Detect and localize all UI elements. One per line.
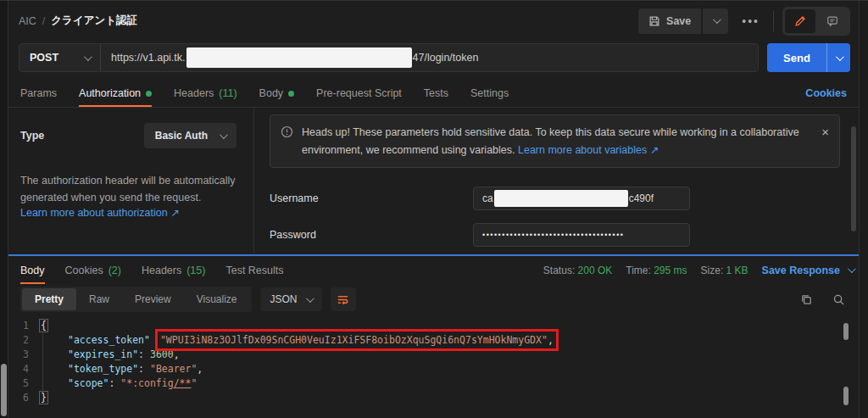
password-label: Password (270, 229, 473, 241)
sensitive-data-banner: Heads up! These parameters hold sensitiv… (270, 114, 840, 168)
modified-dot-icon (288, 91, 294, 97)
mode-pretty-button[interactable]: Pretty (22, 288, 76, 310)
cookies-link[interactable]: Cookies (805, 87, 847, 99)
tab-label: Cookies (65, 265, 103, 276)
redaction-box (494, 190, 628, 207)
chevron-down-icon (848, 265, 856, 273)
username-suffix: c490f (629, 192, 654, 204)
send-button[interactable]: Send (767, 43, 826, 72)
tab-headers[interactable]: Headers(11) (174, 80, 237, 107)
method-url-container: POST https://v1.api.tk. 47/login/token (19, 43, 759, 72)
copy-response-button[interactable] (794, 287, 818, 311)
tab-response-cookies[interactable]: Cookies(2) (65, 256, 121, 284)
view-mode-group: Pretty Raw Preview Visualize (20, 287, 252, 312)
json-string-value: "Bearer" (150, 363, 197, 375)
tab-settings[interactable]: Settings (470, 80, 509, 107)
left-sidebar-edge (0, 1, 8, 418)
save-button[interactable]: Save (638, 8, 701, 34)
url-suffix: 47/login/token (413, 52, 479, 64)
wrap-lines-button[interactable] (331, 287, 356, 311)
tab-label: Pre-request Script (316, 87, 402, 99)
tab-response-headers[interactable]: Headers(15) (142, 256, 205, 284)
tab-body[interactable]: Body (259, 80, 295, 107)
tab-response-body[interactable]: Body (20, 256, 45, 284)
json-string-value: " (191, 377, 197, 389)
close-banner-button[interactable]: × (821, 125, 829, 139)
response-scrollbar-thumb[interactable] (843, 323, 849, 340)
tab-label: Body (259, 87, 284, 99)
comments-button[interactable] (817, 9, 848, 33)
colon: : (138, 363, 150, 375)
indent-guide (42, 376, 68, 391)
code-line: 5 "scope": "*:config/**" (8, 376, 859, 391)
auth-credentials-panel: Heads up! These parameters hold sensitiv… (254, 108, 859, 254)
auth-type-select[interactable]: Basic Auth (144, 123, 236, 148)
time-badge: Time: 295 ms (626, 265, 687, 276)
response-body-viewer: 1 { 2 "access_token""WPUI3iN8z3OJlfDx09S… (8, 315, 859, 418)
line-number: 4 (8, 362, 39, 376)
line-number: 1 (8, 319, 39, 333)
breadcrumb-request-name[interactable]: クライアント認証 (51, 14, 137, 28)
modified-dot-icon (146, 91, 152, 97)
learn-authorization-link[interactable]: Learn more about authorization ↗ (20, 207, 180, 219)
url-prefix: https://v1.api.tk. (111, 52, 186, 64)
search-response-button[interactable] (826, 287, 850, 311)
format-value: JSON (270, 293, 298, 305)
send-dropdown-button[interactable] (826, 43, 850, 72)
tab-label: Test Results (225, 265, 283, 276)
code-line: 3 "expires_in": 3600, (8, 348, 859, 362)
edit-comment-toggle (782, 7, 850, 36)
save-response-button[interactable]: Save Response (762, 265, 854, 276)
edit-mode-button[interactable] (785, 9, 815, 33)
username-prefix: ca (482, 192, 493, 204)
close-brace: } (39, 391, 48, 404)
url-input[interactable]: https://v1.api.tk. 47/login/token (101, 44, 758, 71)
mode-raw-button[interactable]: Raw (76, 288, 122, 310)
json-string-link[interactable]: /** (174, 377, 192, 389)
response-format-select[interactable]: JSON (260, 287, 322, 311)
learn-variables-link[interactable]: Learn more about variables ↗ (518, 144, 659, 156)
auth-type-value: Basic Auth (155, 130, 208, 142)
tab-tests[interactable]: Tests (424, 80, 448, 107)
breadcrumb-separator: / (42, 15, 45, 27)
code-line: 1 { (8, 319, 859, 333)
tab-params[interactable]: Params (20, 80, 57, 107)
password-row: Password •••••••••••••••••••••••••••••••… (270, 223, 840, 247)
username-row: Username ca c490f (270, 187, 840, 210)
response-meta: Status: 200 OK Time: 295 ms Size: 1 KB S… (543, 265, 854, 276)
method-select[interactable]: POST (19, 44, 101, 71)
json-number-value: 3600 (150, 348, 174, 360)
left-scrollbar-thumb[interactable] (1, 364, 7, 416)
username-input[interactable]: ca c490f (473, 187, 690, 210)
tab-pre-request-script[interactable]: Pre-request Script (316, 80, 402, 107)
mode-preview-button[interactable]: Preview (122, 288, 184, 310)
mode-visualize-button[interactable]: Visualize (184, 288, 250, 310)
request-topbar: AIC / クライアント認証 Save ••• (8, 1, 859, 41)
comment-icon (826, 15, 838, 27)
breadcrumb: AIC / クライアント認証 (19, 14, 137, 28)
tab-authorization[interactable]: Authorization (79, 80, 152, 107)
request-scrollbar-thumb[interactable] (851, 126, 856, 231)
password-masked-value: •••••••••••••••••••••••••••••••••••• (482, 231, 624, 239)
response-tabs: Body Cookies(2) Headers(15) Test Results (20, 256, 284, 284)
json-string-value: "*:config (120, 377, 173, 389)
response-toolbar: Pretty Raw Preview Visualize JSON (8, 284, 859, 315)
highlight-red-box: "WPUI3iN8z3OJlfDx09SnCGH0VeuIz1XiFSF8oib… (160, 334, 554, 346)
chevron-down-icon (306, 294, 314, 303)
tab-label: Body (20, 265, 45, 276)
save-dropdown-button[interactable] (703, 8, 728, 34)
request-tabs: Params Authorization Headers(11) Body Pr… (8, 80, 859, 108)
more-options-button[interactable]: ••• (737, 11, 765, 31)
banner-text: Heads up! These parameters hold sensitiv… (302, 124, 813, 159)
password-input[interactable]: •••••••••••••••••••••••••••••••••••• (473, 223, 690, 247)
code-line: 2 "access_token""WPUI3iN8z3OJlfDx09SnCGH… (8, 333, 859, 348)
chevron-down-icon (220, 131, 228, 139)
tab-test-results[interactable]: Test Results (225, 256, 283, 284)
request-url-row: POST https://v1.api.tk. 47/login/token S… (8, 41, 859, 80)
chevron-down-icon (836, 53, 844, 61)
breadcrumb-collection[interactable]: AIC (19, 15, 36, 27)
json-key: "token_type" (68, 363, 138, 375)
chevron-down-icon (713, 15, 721, 24)
divider (773, 11, 774, 31)
response-scrollbar-thumb[interactable] (843, 387, 849, 405)
